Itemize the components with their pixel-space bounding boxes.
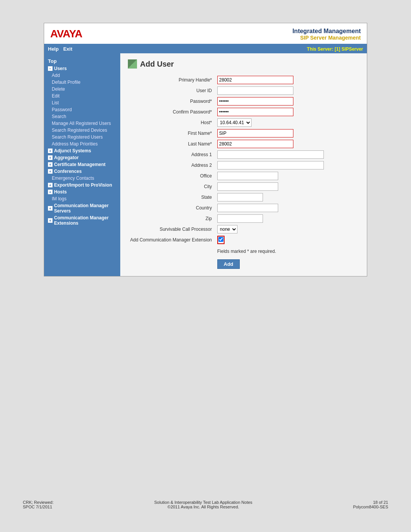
footer-left-line2: SPOC 7/1/2011: [23, 505, 54, 509]
sidebar-item-certificate[interactable]: + Certificate Management: [44, 161, 120, 168]
footer-right-line2: Polycom8400-SES: [353, 505, 388, 509]
zip-label: Zip: [128, 213, 214, 224]
sidebar-item-conferences[interactable]: + Conferences: [44, 168, 120, 175]
address2-label: Address 2: [128, 160, 214, 171]
sidebar-item-im-logs[interactable]: IM logs: [44, 195, 120, 202]
header-title: Integrated Management: [292, 28, 361, 35]
host-select[interactable]: 10.64.40.41: [217, 118, 252, 127]
sidebar-item-address-map[interactable]: Address Map Priorities: [44, 141, 120, 147]
footer-right: 18 of 21 Polycom8400-SES: [353, 500, 388, 509]
survivable-select[interactable]: none: [217, 225, 237, 233]
server-info: This Server: [1] SIPServer: [307, 46, 363, 52]
sidebar-item-password[interactable]: Password: [44, 106, 120, 113]
confirm-password-input[interactable]: [217, 108, 293, 116]
address1-input[interactable]: [217, 150, 324, 159]
first-name-label: First Name*: [128, 128, 214, 139]
add-user-form: Primary Handle* User ID Password*: [128, 75, 359, 270]
sidebar-item-top[interactable]: Top: [44, 57, 120, 65]
state-input[interactable]: [217, 193, 263, 201]
sidebar-item-export[interactable]: + Export/Import to ProVision: [44, 182, 120, 189]
content-area: Top − Users Add Default Profile Delete E…: [44, 53, 367, 276]
zip-input[interactable]: [217, 214, 263, 223]
sidebar-item-edit[interactable]: Edit: [44, 93, 120, 99]
sidebar-item-cm-servers[interactable]: + Communication Manager Servers: [44, 202, 120, 214]
sidebar-item-emergency[interactable]: Emergency Contacts: [44, 175, 120, 182]
add-button[interactable]: Add: [217, 259, 240, 269]
sidebar-item-hosts[interactable]: + Hosts: [44, 189, 120, 195]
main-content: Add User Primary Handle* User ID Passwor: [120, 53, 367, 276]
city-input[interactable]: [217, 182, 278, 191]
primary-handle-row: Primary Handle*: [128, 75, 359, 85]
first-name-input[interactable]: [217, 129, 293, 137]
password-row: Password*: [128, 96, 359, 107]
primary-handle-label: Primary Handle*: [128, 75, 214, 85]
address2-row: Address 2: [128, 160, 359, 171]
country-input[interactable]: [217, 204, 278, 212]
cm-extension-checkbox-wrapper: [217, 236, 225, 244]
sidebar-item-list[interactable]: List: [44, 99, 120, 106]
header-right: Integrated Management SIP Server Managem…: [292, 28, 361, 41]
state-label: State: [128, 192, 214, 203]
sidebar-item-aggregator[interactable]: + Aggregator: [44, 154, 120, 161]
nav-help[interactable]: Help: [48, 46, 59, 52]
sidebar-item-adjunct[interactable]: + Adjunct Systems: [44, 147, 120, 154]
avaya-logo: AVAYA: [50, 28, 82, 40]
required-note-row: Fields marked * are required.: [128, 245, 359, 258]
office-input[interactable]: [217, 172, 278, 180]
city-row: City: [128, 181, 359, 192]
sidebar-item-add[interactable]: Add: [44, 72, 120, 79]
office-label: Office: [128, 171, 214, 181]
cm-extension-label: Add Communication Manager Extension: [128, 235, 214, 245]
survivable-row: Survivable Call Processor none: [128, 224, 359, 235]
minus-icon: −: [48, 66, 53, 71]
sidebar-item-search[interactable]: Search: [44, 113, 120, 120]
plus-icon-adjunct: +: [48, 149, 53, 153]
password-label: Password*: [128, 96, 214, 107]
state-row: State: [128, 192, 359, 203]
host-row: Host* 10.64.40.41: [128, 117, 359, 128]
user-id-label: User ID: [128, 85, 214, 96]
cm-extension-checkbox[interactable]: [218, 237, 223, 242]
confirm-password-row: Confirm Password*: [128, 107, 359, 117]
footer-center-line2: ©2011 Avaya Inc. All Rights Reserved.: [154, 505, 252, 509]
footer-center: Solution & Interoperability Test Lab App…: [154, 500, 252, 509]
page-title: Add User: [140, 60, 174, 69]
plus-icon-hosts: +: [48, 190, 53, 194]
last-name-input[interactable]: [217, 140, 293, 148]
primary-handle-input[interactable]: [217, 76, 293, 84]
user-id-input[interactable]: [217, 86, 293, 95]
survivable-label: Survivable Call Processor: [128, 224, 214, 235]
nav-exit[interactable]: Exit: [63, 46, 72, 52]
host-label: Host*: [128, 117, 214, 128]
footer-left: CRK; Reviewed: SPOC 7/1/2011: [23, 500, 54, 509]
header-subtitle: SIP Server Management: [292, 35, 361, 41]
address1-label: Address 1: [128, 149, 214, 160]
address2-input[interactable]: [217, 161, 324, 169]
address1-row: Address 1: [128, 149, 359, 160]
sidebar-item-default-profile[interactable]: Default Profile: [44, 79, 120, 86]
sidebar-item-search-devices[interactable]: Search Registered Devices: [44, 127, 120, 134]
add-button-row: Add: [128, 258, 359, 270]
sidebar-item-users[interactable]: − Users: [44, 65, 120, 72]
zip-row: Zip: [128, 213, 359, 224]
footer-left-line1: CRK; Reviewed:: [23, 500, 54, 505]
country-row: Country: [128, 203, 359, 213]
sidebar-item-manage-registered[interactable]: Manage All Registered Users: [44, 120, 120, 127]
password-input[interactable]: [217, 97, 293, 105]
sidebar-item-delete[interactable]: Delete: [44, 86, 120, 93]
last-name-label: Last Name*: [128, 139, 214, 149]
plus-icon-conf: +: [48, 169, 53, 174]
footer: CRK; Reviewed: SPOC 7/1/2011 Solution & …: [0, 492, 411, 517]
sidebar-item-cm-extensions[interactable]: + Communication Manager Extensions: [44, 214, 120, 227]
plus-icon-cert: +: [48, 162, 53, 167]
office-row: Office: [128, 171, 359, 181]
user-id-row: User ID: [128, 85, 359, 96]
footer-right-line1: 18 of 21: [353, 500, 388, 505]
country-label: Country: [128, 203, 214, 213]
sidebar-item-search-users[interactable]: Search Registered Users: [44, 134, 120, 141]
footer-center-line1: Solution & Interoperability Test Lab App…: [154, 500, 252, 505]
plus-icon-aggregator: +: [48, 155, 53, 160]
required-note: Fields marked * are required.: [217, 249, 357, 254]
sidebar: Top − Users Add Default Profile Delete E…: [44, 53, 120, 276]
plus-icon-cm-ext: +: [48, 218, 53, 223]
